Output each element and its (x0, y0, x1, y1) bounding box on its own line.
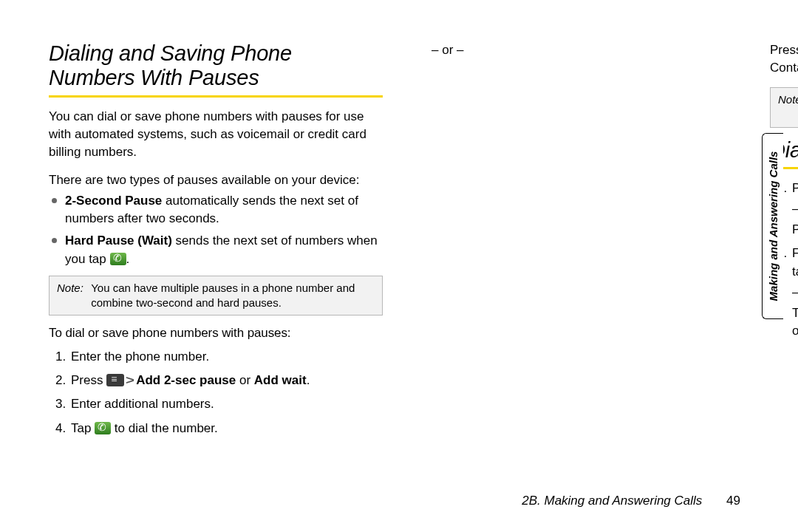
c2c-a: Touch and hold the contact. When a conte… (792, 306, 798, 338)
bullet-hard-label: Hard Pause (Wait) (65, 233, 172, 248)
step-2b: . (307, 373, 310, 387)
lead-steps: To dial or save phone numbers with pause… (49, 326, 383, 341)
step-2-or: or (236, 373, 254, 387)
heading-dialing-pauses: Dialing and Saving Phone Numbers With Pa… (49, 41, 383, 91)
or-text-3: – or – (792, 284, 798, 301)
step-4a: Tap (71, 421, 95, 435)
step-2: Press >Add 2-sec pause or Add wait. (69, 372, 383, 389)
gt-icon: > (126, 372, 134, 389)
step-2-bold2: Add wait (254, 373, 307, 387)
contacts-step-2: Find a contact to call and tap it to ope… (791, 245, 798, 340)
note-box-pauses: Note: You can have multiple pauses in a … (49, 276, 383, 316)
page-number: 49 (726, 494, 740, 508)
note-box-wait: Note: When dialing a number with a hard … (770, 87, 798, 128)
step-2a: Press (71, 373, 106, 387)
c2-alt: Touch and hold the contact. When a conte… (792, 304, 798, 340)
side-tab: Making and Answering Calls (762, 133, 783, 319)
bullet-2sec-pause: 2-Second Pause automatically sends the n… (62, 192, 383, 228)
bullet-2sec-label: 2-Second Pause (65, 194, 162, 208)
step-3: Enter additional numbers. (69, 395, 383, 413)
step-2-bold1: Add 2-sec pause (136, 373, 236, 387)
bullet-hard-text-b: . (126, 252, 130, 266)
contacts-step-1: Press >>Contacts. – or – Press >>Contact… (791, 180, 798, 239)
intro-text: You can dial or save phone numbers with … (49, 108, 383, 161)
cont-a: Press (770, 43, 798, 57)
call-icon (110, 253, 126, 265)
step-1: Enter the phone number. (69, 348, 383, 366)
c2-a: Find a contact to call and tap it to ope… (792, 246, 798, 278)
side-tab-label: Making and Answering Calls (767, 151, 780, 301)
c1-alt: Press >>Contacts. (792, 221, 798, 239)
note-text: You can have multiple pauses in a phone … (91, 281, 373, 311)
section-rule (49, 95, 383, 98)
types-intro: There are two types of pauses available … (49, 171, 383, 189)
or-text: – or – (432, 41, 743, 59)
step-4b: to dial the number. (111, 421, 218, 435)
c1c-a: Press (792, 222, 798, 236)
call-icon (95, 422, 111, 434)
menu-icon (106, 374, 124, 386)
note-label-2: Note: (778, 92, 798, 107)
footer-section: 2B. Making and Answering Calls (522, 494, 702, 508)
continuation-add-contacts: Press >Add to contacts to save the numbe… (770, 41, 798, 77)
c1-a: Press (792, 181, 798, 195)
or-text-2: – or – (792, 200, 798, 218)
bullet-hard-pause: Hard Pause (Wait) sends the next set of … (62, 232, 383, 267)
note-label: Note: (57, 281, 88, 296)
footer: 2B. Making and Answering Calls 49 (522, 494, 740, 508)
